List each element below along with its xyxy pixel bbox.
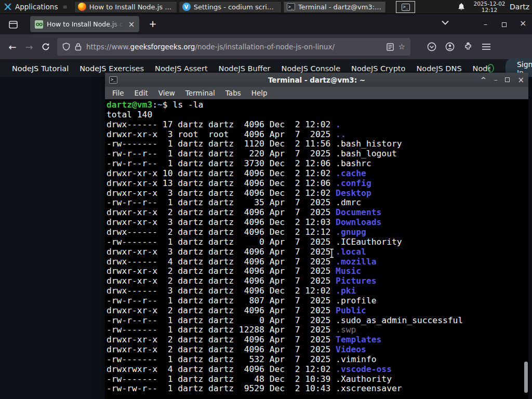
taskbar-button-firefox[interactable]: How to Install Node.js o... [74,1,177,13]
site-nav-link[interactable]: NodeJS Assert [155,64,208,73]
file-row: -rw-r--r-- 1 dartz dartz 3730 Dec 2 12:0… [107,159,528,169]
prompt-path: ~ [157,100,163,110]
site-nav-link[interactable]: NodeJS DNS [416,64,461,73]
file-attributes: drwxr-xr-x 2 dartz dartz 4096 Apr 7 2025 [107,305,336,315]
file-attributes: drwxr-xr-x 3 dartz dartz 4096 Dec 2 12:0… [107,217,336,227]
terminal-window: >_ Terminal - dartz@vm3: ~ ^ – × FileEdi… [105,73,528,399]
account-icon[interactable] [445,42,455,51]
window-minimize-button[interactable]: – [484,20,487,28]
site-nav-links: NodeJS TutorialNodeJS ExercisesNodeJS As… [12,64,490,73]
file-row: -rw-rw-r-- 1 dartz dartz 9529 Dec 2 10:4… [107,384,528,394]
extensions-puzzle-icon[interactable] [463,42,473,51]
search-icon[interactable] [487,64,494,73]
file-row: -rw------- 1 dartz dartz 48 Dec 2 10:39 … [107,375,528,384]
terminal-titlebar[interactable]: >_ Terminal - dartz@vm3: ~ ^ – × [105,73,528,87]
terminal-menu-item[interactable]: Tabs [220,89,246,97]
site-nav-link[interactable]: NodeJS Crypto [351,64,405,73]
reload-button[interactable] [37,43,54,51]
taskbar-button-vscodium[interactable]: V Settings - codium script... [179,1,282,13]
close-button[interactable]: × [517,75,524,85]
hamburger-menu-icon[interactable] [482,43,491,50]
terminal-menu-item[interactable]: View [153,89,180,97]
window-close-button[interactable]: × [520,20,526,27]
site-nav-link[interactable]: NodeJS Exercises [79,64,144,73]
clock-time: 12:12 [472,7,507,14]
list-all-tabs-button[interactable] [442,20,449,25]
taskbar-button-terminal[interactable]: >_ Terminal - dartz@vm3: ~ [283,1,386,13]
file-attributes: drwxrwxr-x 4 dartz dartz 4096 Dec 2 12:0… [107,364,336,374]
file-attributes: drwxr-xr-x 3 root root 4096 Apr 7 2025 [107,129,336,139]
file-name: Downloads [336,217,381,227]
window-maximize-button[interactable] [502,21,507,28]
site-nav-link[interactable]: NodeJS Console [282,64,341,73]
panel-clock[interactable]: 2025-12-02 12:12 [472,1,507,13]
file-attributes: drwxr-xr-x 10 dartz dartz 4096 Dec 2 12:… [107,168,336,178]
new-tab-button[interactable]: + [147,19,159,30]
file-row: -rw------- 1 dartz dartz 12288 Apr 7 202… [107,325,528,335]
pocket-icon[interactable] [427,42,436,51]
file-name: .gnupg [336,227,366,237]
applications-label: Applications [15,3,58,11]
shield-icon [62,43,70,51]
file-name: Music [336,266,361,276]
prompt-user-host: dartz@vm3 [107,100,152,110]
browser-tab-active[interactable]: How to Install Node.js on × [30,16,139,32]
file-row: drwxr-xr-x 3 root root 4096 Apr 7 2025 .… [107,130,528,140]
shade-button[interactable]: ^ [481,76,486,84]
text-cursor [329,248,335,258]
file-attributes: -rw-r--r-- 1 dartz dartz 35 Apr 7 2025 [107,197,336,207]
applications-menu-button[interactable]: Applications ≡ [0,0,73,14]
tab-close-button[interactable]: × [127,20,136,29]
file-attributes: drwxr-xr-x 2 dartz dartz 4096 Apr 7 2025 [107,276,336,286]
notification-bell-icon[interactable] [457,3,466,11]
maximize-button[interactable] [505,76,510,84]
tray-terminal-launcher[interactable]: >_ [396,1,415,13]
terminal-menu-item[interactable]: Terminal [180,89,220,97]
minimize-button[interactable]: – [494,76,498,84]
file-row: drwxr-xr-x 3 dartz dartz 4096 Apr 7 2025… [107,247,528,257]
file-row: drwxr-xr-x 2 dartz dartz 4096 Apr 7 2025… [107,276,528,286]
file-name: .pki [336,286,356,296]
bookmark-star-icon[interactable]: ☆ [398,42,405,51]
file-attributes: drwx------ 17 dartz dartz 4096 Dec 2 12:… [107,119,336,129]
file-attributes: -rw------- 1 dartz dartz 48 Dec 2 10:39 [107,374,336,384]
file-name: .local [336,247,366,257]
terminal-icon: >_ [402,4,410,11]
file-row: drwxr-xr-x 13 dartz dartz 4096 Dec 2 12:… [107,179,528,189]
file-name: .xscreensaver [336,383,402,393]
file-name: .viminfo [336,354,376,364]
terminal-scrollbar-thumb[interactable] [524,362,528,393]
terminal-output[interactable]: dartz@vm3:~$ ls -la total 140 drwx------… [105,99,528,399]
panel-user-label: Dartz [510,3,529,11]
file-name: Pictures [336,276,376,286]
file-attributes: drwxr-xr-x 2 dartz dartz 4096 Apr 7 2025 [107,207,336,217]
reader-mode-icon[interactable] [387,43,394,51]
file-row: drwx------ 4 dartz dartz 4096 Apr 7 2025… [107,257,528,267]
applications-menu-icon [4,3,12,11]
file-attributes: -rw-r--r-- 1 dartz dartz 220 Apr 7 2025 [107,149,336,158]
firefox-view-button[interactable] [5,18,21,31]
terminal-menu-item[interactable]: Edit [129,89,153,97]
file-name: .bash_logout [336,149,397,158]
total-line: total 140 [107,110,528,120]
url-scheme: https://www. [86,43,130,51]
url-bar[interactable]: https://www.geeksforgeeks.org/node-js/in… [57,38,410,56]
file-attributes: drwx------ 3 dartz dartz 4096 Dec 2 12:0… [107,286,336,296]
command-text: ls -la [172,100,203,110]
file-row: drwxr-xr-x 2 dartz dartz 4096 Apr 7 2025… [107,335,528,345]
file-attributes: drwxr-xr-x 3 dartz dartz 4096 Apr 7 2025 [107,247,336,257]
terminal-menu-item[interactable]: File [107,89,129,97]
terminal-menu-item[interactable]: Help [246,89,273,97]
file-name: . [336,119,341,129]
panel-grip: ≡ [62,4,67,10]
site-nav-link[interactable]: NodeJS Tutorial [12,64,69,73]
file-row: -rw-r--r-- 1 dartz dartz 220 Apr 7 2025 … [107,149,528,159]
forward-button[interactable]: → [21,42,37,52]
back-button[interactable]: ← [4,42,21,52]
file-attributes: drwxr-xr-x 2 dartz dartz 4096 Apr 7 2025 [107,266,336,276]
file-name: Documents [336,207,381,217]
file-name: .bashrc [336,158,371,168]
maximize-icon [505,77,510,82]
site-nav-link[interactable]: NodeJS Buffer [219,64,271,73]
file-attributes: -rw------- 1 dartz dartz 532 Apr 7 2025 [107,354,336,364]
